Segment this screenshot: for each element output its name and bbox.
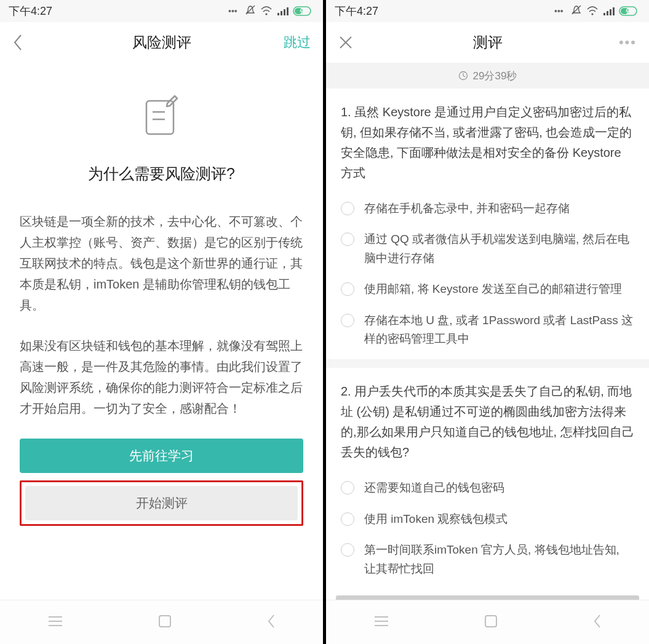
svg-rect-6	[287, 7, 289, 15]
battery-icon	[293, 7, 311, 15]
nav-bar: 风险测评 跳过	[0, 22, 323, 63]
option-text: 还需要知道自己的钱包密码	[364, 479, 504, 497]
more-button[interactable]: •••	[600, 34, 637, 50]
svg-rect-5	[284, 9, 285, 15]
question-gap	[326, 359, 649, 368]
content-area: 为什么需要风险测评? 区块链是一项全新的技术，去中心化、不可篡改、个人主权掌控（…	[0, 63, 323, 600]
start-button-highlight: 开始测评	[20, 480, 303, 526]
system-nav-bar	[326, 600, 649, 644]
mute-icon	[246, 6, 255, 14]
option-row[interactable]: 第一时间联系imToken 官方人员, 将钱包地址告知, 让其帮忙找回	[341, 535, 634, 584]
svg-text:•••: •••	[228, 6, 237, 16]
recent-apps-button[interactable]	[47, 615, 63, 630]
status-icons: •••	[228, 5, 314, 17]
svg-rect-3	[277, 13, 279, 15]
right-phone: 下午4:27 ••• 测评 ••• 29分39秒 1. 虽然 Keystore …	[326, 0, 649, 644]
svg-rect-15	[159, 616, 170, 627]
close-button[interactable]	[338, 35, 375, 50]
option-text: 存储在本地 U 盘, 或者 1Password 或者 LastPass 这样的密…	[364, 311, 634, 349]
svg-text:•••: •••	[554, 6, 563, 16]
signal-icon	[277, 7, 289, 15]
status-time: 下午4:27	[9, 4, 52, 18]
system-back-button[interactable]	[266, 613, 276, 632]
nav-bar: 测评 •••	[326, 22, 649, 63]
page-title: 测评	[473, 33, 503, 52]
page-title: 风险测评	[132, 33, 191, 52]
option-text: 使用 imToken 观察钱包模式	[364, 510, 508, 528]
questions-scroll[interactable]: 1. 虽然 Keystore 是通过用户自定义密码加密过后的私钥, 但如果存储不…	[326, 89, 649, 600]
content-para-2: 如果没有区块链和钱包的基本理解，就像没有驾照上高速一般，是一件及其危险的事情。由…	[20, 335, 303, 419]
svg-rect-33	[485, 616, 496, 627]
status-icons: •••	[554, 5, 640, 17]
button-row: 先前往学习 开始测评	[20, 439, 303, 526]
back-button[interactable]	[12, 33, 49, 52]
svg-rect-19	[603, 13, 605, 15]
wifi-icon	[261, 7, 271, 15]
option-row[interactable]: 存储在手机备忘录中, 并和密码一起存储	[341, 193, 634, 224]
home-button[interactable]	[157, 614, 172, 631]
radio-icon	[341, 233, 354, 246]
submit-footer: 已完成（0/10）	[326, 589, 649, 600]
option-row[interactable]: 存储在本地 U 盘, 或者 1Password 或者 LastPass 这样的密…	[341, 305, 634, 355]
clock-icon	[458, 71, 468, 81]
option-text: 使用邮箱, 将 Keystore 发送至自己的邮箱进行管理	[364, 280, 622, 298]
question-text: 1. 虽然 Keystore 是通过用户自定义密码加密过后的私钥, 但如果存储不…	[341, 102, 634, 183]
content-para-1: 区块链是一项全新的技术，去中心化、不可篡改、个人主权掌控（账号、资产、数据）是它…	[20, 211, 303, 316]
start-assessment-button[interactable]: 开始测评	[25, 486, 298, 520]
radio-icon	[341, 282, 354, 296]
left-phone: 下午4:27 •••	[0, 0, 323, 644]
question-block-1: 1. 虽然 Keystore 是通过用户自定义密码加密过后的私钥, 但如果存储不…	[326, 89, 649, 359]
svg-point-2	[265, 13, 267, 15]
svg-line-29	[463, 76, 465, 77]
status-time: 下午4:27	[335, 4, 378, 18]
content-heading: 为什么需要风险测评?	[20, 164, 303, 184]
study-button[interactable]: 先前往学习	[20, 439, 303, 473]
radio-icon	[341, 481, 354, 495]
home-button[interactable]	[484, 614, 498, 631]
radio-icon	[341, 202, 354, 215]
system-nav-bar	[0, 600, 323, 644]
option-row[interactable]: 使用邮箱, 将 Keystore 发送至自己的邮箱进行管理	[341, 274, 634, 304]
skip-button[interactable]: 跳过	[274, 33, 311, 52]
option-row[interactable]: 通过 QQ 或者微信从手机端发送到电脑端, 然后在电脑中进行存储	[341, 224, 634, 274]
radio-icon	[341, 543, 354, 557]
system-back-button[interactable]	[592, 613, 602, 632]
assessment-icon	[20, 93, 303, 141]
status-bar: 下午4:27 •••	[326, 0, 649, 22]
svg-rect-21	[610, 9, 611, 15]
recent-apps-button[interactable]	[373, 615, 389, 630]
option-row[interactable]: 使用 imToken 观察钱包模式	[341, 504, 634, 535]
radio-icon	[341, 314, 354, 327]
question-block-2: 2. 用户丢失代币的本质其实是丢失了自己的私钥, 而地址 (公钥) 是私钥通过不…	[326, 368, 649, 589]
svg-point-18	[591, 13, 593, 15]
question-text: 2. 用户丢失代币的本质其实是丢失了自己的私钥, 而地址 (公钥) 是私钥通过不…	[341, 381, 634, 463]
svg-rect-20	[607, 11, 608, 15]
option-text: 通过 QQ 或者微信从手机端发送到电脑端, 然后在电脑中进行存储	[364, 230, 634, 268]
option-row[interactable]: 还需要知道自己的钱包密码	[341, 472, 634, 503]
option-text: 第一时间联系imToken 官方人员, 将钱包地址告知, 让其帮忙找回	[364, 541, 634, 578]
timer-text: 29分39秒	[473, 69, 517, 83]
timer-bar: 29分39秒	[326, 63, 649, 89]
status-bar: 下午4:27 •••	[0, 0, 323, 22]
option-text: 存储在手机备忘录中, 并和密码一起存储	[364, 199, 570, 218]
submit-button[interactable]: 已完成（0/10）	[336, 595, 639, 600]
svg-rect-22	[613, 7, 615, 15]
radio-icon	[341, 512, 354, 526]
svg-rect-4	[281, 11, 282, 15]
